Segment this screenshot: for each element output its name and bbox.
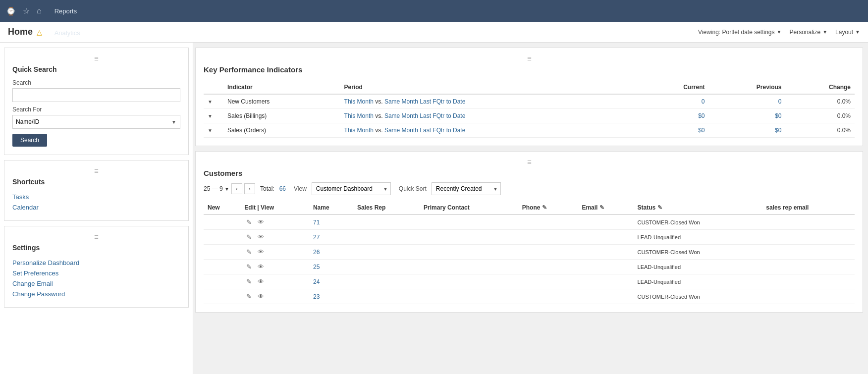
edit-view-cell: ✎ 👁 — [240, 245, 309, 260]
edit-icon[interactable]: ✎ — [244, 232, 254, 242]
kpi-toggle-icon[interactable]: ▼ — [208, 113, 213, 119]
kpi-table: Indicator Period Current Previous Change… — [204, 81, 855, 138]
name-cell: 71 — [309, 214, 353, 230]
kpi-period-cell: This Month vs. Same Month Last FQtr to D… — [340, 94, 641, 109]
kpi-period-vs: vs. — [375, 112, 384, 119]
pagination-range: 25 — 9 ▼ — [204, 185, 229, 192]
col-email: Email ✎ — [578, 201, 633, 214]
new-cell — [204, 214, 240, 230]
kpi-previous-cell[interactable]: $0 — [708, 109, 785, 123]
kpi-period-suffix-link[interactable]: Same Month Last FQtr to Date — [384, 127, 465, 134]
pagination-prev-button[interactable]: ‹ — [231, 183, 242, 194]
name-cell: 26 — [309, 245, 353, 260]
customers-panel-title: Customers — [204, 169, 242, 177]
view-select[interactable]: Customer DashboardAll CustomersRecent Cu… — [312, 182, 391, 195]
shortcut-link-tasks[interactable]: Tasks — [12, 193, 29, 201]
table-row: ✎ 👁 24 LEAD-Unqualified — [204, 274, 855, 289]
pagination-dropdown-icon[interactable]: ▼ — [224, 186, 229, 192]
pagination-next-button[interactable]: › — [244, 183, 255, 194]
shortcuts-drag-handle: ☰ — [12, 168, 180, 174]
primary-contact-cell — [420, 230, 518, 245]
edit-icon[interactable]: ✎ — [244, 292, 254, 301]
view-icon[interactable]: 👁 — [256, 217, 266, 227]
kpi-previous-cell[interactable]: 0 — [708, 94, 785, 109]
kpi-indicator-cell: Sales (Billings) — [223, 109, 340, 123]
name-link[interactable]: 25 — [313, 264, 320, 270]
status-edit-icon[interactable]: ✎ — [657, 204, 662, 211]
edit-icon[interactable]: ✎ — [244, 277, 254, 286]
settings-link-change-password[interactable]: Change Password — [12, 290, 65, 298]
quick-sort-select-wrap: Recently CreatedNameDate Modified ▼ — [432, 182, 501, 195]
quick-sort-select[interactable]: Recently CreatedNameDate Modified — [432, 182, 501, 195]
view-icon[interactable]: 👁 — [256, 262, 266, 271]
kpi-period-suffix-link[interactable]: Same Month Last FQtr to Date — [384, 98, 465, 105]
kpi-previous-cell[interactable]: $0 — [708, 123, 785, 138]
home-clock-icon[interactable]: ⌚ — [4, 4, 18, 18]
settings-link-set-preferences[interactable]: Set Preferences — [12, 269, 58, 277]
email-cell — [578, 289, 633, 304]
kpi-toggle-icon[interactable]: ▼ — [208, 99, 213, 105]
primary-contact-cell — [420, 214, 518, 230]
viewing-portlet-button[interactable]: Viewing: Portlet date settings ▼ — [698, 29, 781, 36]
total-label: Total: — [260, 185, 274, 192]
kpi-col-current: Current — [641, 81, 709, 94]
kpi-toggle-icon[interactable]: ▼ — [208, 128, 213, 133]
search-input[interactable] — [12, 88, 180, 102]
kpi-col-previous: Previous — [708, 81, 785, 94]
kpi-current-cell[interactable]: $0 — [641, 123, 709, 138]
kpi-toggle-cell: ▼ — [204, 94, 223, 109]
status-cell: LEAD-Unqualified — [634, 274, 762, 289]
col-sales-rep: Sales Rep — [353, 201, 420, 214]
kpi-current-cell[interactable]: 0 — [641, 94, 709, 109]
edit-view-cell: ✎ 👁 — [240, 260, 309, 274]
name-link[interactable]: 24 — [313, 278, 320, 285]
search-for-select[interactable]: Name/IDEmailPhone — [12, 115, 180, 129]
layout-button[interactable]: Layout ▼ — [835, 29, 860, 36]
settings-link-change-email[interactable]: Change Email — [12, 280, 53, 287]
edit-icon[interactable]: ✎ — [244, 247, 254, 257]
new-cell — [204, 245, 240, 260]
view-icon[interactable]: 👁 — [256, 277, 266, 286]
status-cell: LEAD-Unqualified — [634, 260, 762, 274]
edit-icon[interactable]: ✎ — [244, 262, 254, 271]
kpi-period-prefix-link[interactable]: This Month — [344, 112, 374, 119]
status-cell: CUSTOMER-Closed Won — [634, 289, 762, 304]
edit-view-cell: ✎ 👁 — [240, 230, 309, 245]
settings-panel: ☰ Settings Personalize DashboardSet Pref… — [4, 226, 189, 308]
total-count: 66 — [279, 185, 286, 192]
email-edit-icon[interactable]: ✎ — [599, 204, 604, 211]
nav-item-reports[interactable]: Reports — [50, 0, 98, 22]
kpi-current-cell[interactable]: $0 — [641, 109, 709, 123]
settings-item-set-preferences: Set Preferences — [12, 268, 180, 278]
star-icon[interactable]: ☆ — [21, 4, 32, 18]
edit-icon[interactable]: ✎ — [244, 217, 254, 227]
phone-edit-icon[interactable]: ✎ — [542, 204, 547, 211]
personalize-button[interactable]: Personalize ▼ — [789, 29, 827, 36]
kpi-row: ▼ New Customers This Month vs. Same Mont… — [204, 94, 855, 109]
col-phone: Phone ✎ — [518, 201, 578, 214]
kpi-period-prefix-link[interactable]: This Month — [344, 127, 374, 134]
kpi-period-suffix-link[interactable]: Same Month Last FQtr to Date — [384, 112, 465, 119]
shortcut-link-calendar[interactable]: Calendar — [12, 204, 39, 211]
col-edit-view: Edit | View — [240, 201, 309, 214]
view-icon[interactable]: 👁 — [256, 292, 266, 301]
table-row: ✎ 👁 25 LEAD-Unqualified — [204, 260, 855, 274]
content-area: ☰ Key Performance Indicators Indicator P… — [193, 43, 868, 374]
kpi-period-prefix-link[interactable]: This Month — [344, 98, 374, 105]
col-status: Status ✎ — [634, 201, 762, 214]
top-navigation: ⌚ ☆ ⌂ ActivitiesLeadsOpportunitiesCustom… — [0, 0, 868, 22]
view-icon[interactable]: 👁 — [256, 232, 266, 242]
name-link[interactable]: 23 — [313, 293, 320, 300]
house-icon[interactable]: ⌂ — [35, 4, 44, 17]
view-icon[interactable]: 👁 — [256, 247, 266, 257]
name-link[interactable]: 71 — [313, 219, 320, 226]
nav-item-analytics[interactable]: Analytics — [50, 22, 98, 44]
kpi-period-vs: vs. — [375, 98, 384, 105]
name-link[interactable]: 27 — [313, 234, 320, 241]
search-button[interactable]: Search — [12, 134, 47, 147]
phone-cell — [518, 214, 578, 230]
status-cell: LEAD-Unqualified — [634, 230, 762, 245]
settings-link-personalize-dashboard[interactable]: Personalize Dashboard — [12, 259, 79, 267]
name-link[interactable]: 26 — [313, 249, 320, 256]
page-header: Home △ Viewing: Portlet date settings ▼ … — [0, 22, 868, 43]
